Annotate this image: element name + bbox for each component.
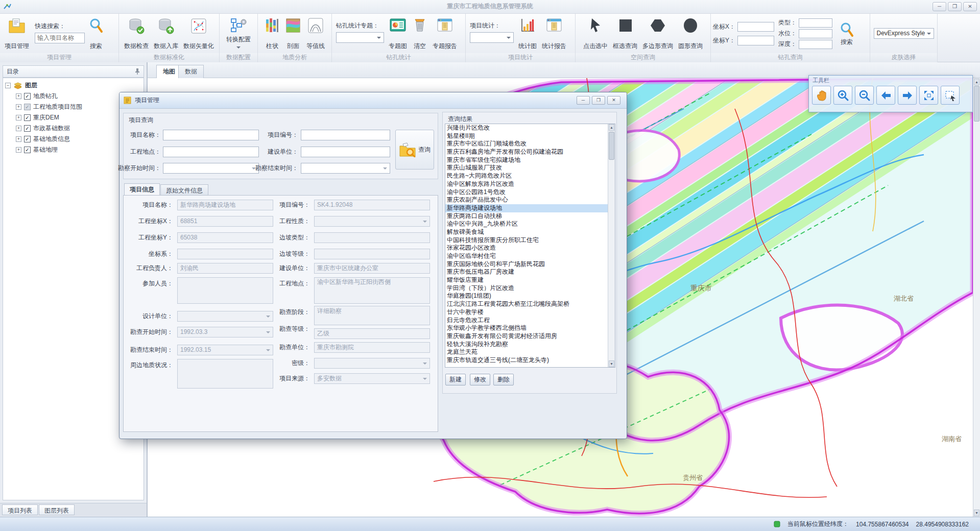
water-input[interactable] <box>799 29 832 38</box>
tab-original-files[interactable]: 原始文件信息 <box>160 184 208 196</box>
query-code-input[interactable] <box>301 130 390 140</box>
result-item[interactable]: 廿六中教学楼 <box>445 308 615 317</box>
circle-query-button[interactable]: 圆形查询 <box>676 15 705 52</box>
contour-button[interactable]: 等值线 <box>304 15 327 52</box>
borehole-search-button[interactable]: 搜索 <box>836 19 857 48</box>
result-item[interactable]: 龙庭兰天苑 <box>445 348 615 356</box>
expand-icon[interactable]: + <box>16 93 21 99</box>
stat-chart-button[interactable]: 统计图 <box>516 15 539 52</box>
project-stat-select[interactable] <box>470 32 514 43</box>
project-manage-button[interactable]: 项目管理 <box>2 15 32 52</box>
result-item[interactable]: 渝中区中兴路_九块桥片区 <box>445 220 615 228</box>
coord-y-input[interactable] <box>737 36 774 45</box>
topic-map-button[interactable]: 专题图 <box>386 15 410 52</box>
clear-button[interactable]: 清空 <box>410 15 430 52</box>
layer-checkbox[interactable]: ✓ <box>24 125 31 132</box>
data-check-button[interactable]: 数据检查 <box>122 15 151 52</box>
result-item[interactable]: 学田湾（下段）片区改造 <box>445 284 615 293</box>
dialog-close-button[interactable]: ✕ <box>607 96 620 105</box>
new-button[interactable]: 新建 <box>445 374 466 385</box>
zoom-out-button[interactable] <box>855 86 874 105</box>
dialog-restore-button[interactable]: ❐ <box>592 96 605 105</box>
scrollbar-thumb[interactable] <box>974 86 979 122</box>
result-item[interactable]: 渝中区公园路1号危改 <box>445 188 615 197</box>
result-item[interactable]: 兴隆街片区危改 <box>445 124 615 132</box>
result-item[interactable]: 中国科技情报所重庆分所职工住宅 <box>445 236 615 245</box>
depth-input[interactable] <box>799 40 832 49</box>
tree-root[interactable]: − 图层 <box>3 80 144 91</box>
borehole-topic-select[interactable] <box>336 32 384 43</box>
result-item[interactable]: 重庆农副产品批发中心 <box>445 196 615 204</box>
result-item[interactable]: 渝中区解放东路片区改造 <box>445 180 615 188</box>
result-item[interactable]: 归元寺危改工程 <box>445 317 615 325</box>
expand-icon[interactable]: + <box>16 136 21 142</box>
back-extent-button[interactable] <box>876 86 895 105</box>
data-import-button[interactable]: 数据入库 <box>151 15 181 52</box>
expand-icon[interactable]: + <box>16 115 21 120</box>
scroll-up-icon[interactable]: ▲ <box>609 124 614 131</box>
result-item[interactable]: 张家花园小区改造 <box>445 244 615 252</box>
click-select-button[interactable]: 点击选中 <box>581 15 610 52</box>
box-query-button[interactable]: 框选查询 <box>610 15 640 52</box>
scroll-down-icon[interactable]: ▼ <box>609 360 614 367</box>
skin-select[interactable]: DevExpress Style <box>874 28 934 39</box>
layer-checkbox[interactable]: ✓ <box>24 136 31 142</box>
query-button[interactable]: 查询 <box>395 130 434 170</box>
restore-button[interactable]: ❐ <box>948 2 962 11</box>
layer-checkbox[interactable]: ✓ <box>24 114 31 121</box>
map-scrollbar[interactable]: ▲ ▼ <box>973 78 980 517</box>
convert-config-button[interactable]: 转换配置 <box>224 15 253 52</box>
result-item[interactable]: 重庆市省军级住宅拟建场地 <box>445 156 615 164</box>
data-vectorize-button[interactable]: 数据矢量化 <box>181 15 217 52</box>
query-builder-input[interactable] <box>301 147 390 157</box>
query-location-input[interactable] <box>163 147 259 157</box>
layer-checkbox[interactable]: ✓ <box>24 93 31 100</box>
result-item[interactable]: 耀华饭店重建 <box>445 276 615 284</box>
full-extent-button[interactable] <box>919 86 938 105</box>
result-item[interactable]: 东华观小学教学楼西北侧挡墙 <box>445 324 615 332</box>
polygon-query-button[interactable]: 多边形查询 <box>640 15 676 52</box>
zoom-in-button[interactable] <box>833 86 852 105</box>
pin-icon[interactable] <box>134 68 140 75</box>
quick-search-input[interactable] <box>35 33 85 43</box>
result-item[interactable]: 新华路商场建设场地 <box>445 204 615 212</box>
result-item[interactable]: 魁星楼II期 <box>445 132 615 140</box>
layer-checkbox[interactable]: ✓ <box>24 147 31 153</box>
forward-extent-button[interactable] <box>898 86 917 105</box>
result-item[interactable]: 重庆国际地铁公司和平广场新民花园 <box>445 260 615 269</box>
results-scrollbar[interactable]: ▲ ▼ <box>608 124 615 367</box>
delete-button[interactable]: 删除 <box>493 374 514 385</box>
result-item[interactable]: 江北滨江路工程黄花园大桥至江北嘴段高架桥 <box>445 300 615 308</box>
result-item[interactable]: 民生路~大同路危改片区 <box>445 172 615 180</box>
pan-button[interactable] <box>812 86 831 105</box>
result-item[interactable]: 解放碑美食城 <box>445 228 615 236</box>
tab-data[interactable]: 数据 <box>178 65 204 78</box>
dialog-titlebar[interactable]: 项目管理 ─ ❐ ✕ <box>119 92 627 109</box>
stat-report-button[interactable]: 统计报告 <box>539 15 569 52</box>
query-start-select[interactable] <box>163 163 259 174</box>
tab-project-info[interactable]: 项目信息 <box>124 183 160 196</box>
result-item[interactable]: 重庆山城服装厂技改 <box>445 164 615 172</box>
tab-project-list[interactable]: 项目列表 <box>2 504 38 515</box>
tab-layer-list[interactable]: 图层列表 <box>39 504 75 515</box>
result-item[interactable]: 重庆百利鑫房地产开发有限公司拟建渝花园 <box>445 148 615 156</box>
column-chart-button[interactable]: 柱状 <box>262 15 282 52</box>
collapse-icon[interactable]: − <box>5 83 11 88</box>
close-button[interactable]: ✕ <box>963 2 977 11</box>
modify-button[interactable]: 修改 <box>470 374 490 385</box>
layer-checkbox[interactable]: ✓ <box>24 104 31 110</box>
expand-icon[interactable]: + <box>16 126 21 131</box>
scroll-down-icon[interactable]: ▼ <box>974 510 979 516</box>
profile-button[interactable]: 剖面 <box>282 15 304 52</box>
dialog-minimize-button[interactable]: ─ <box>577 96 590 105</box>
quick-search-button[interactable]: 搜索 <box>86 15 106 52</box>
minimize-button[interactable]: ─ <box>933 2 946 11</box>
scroll-up-icon[interactable]: ▲ <box>974 79 979 85</box>
result-item[interactable]: 重庆银鑫开发有限公司黄泥村经济适用房 <box>445 332 615 341</box>
result-item[interactable]: 重庆市轨道交通三号线(二塘至龙头寺) <box>445 356 615 365</box>
select-extent-button[interactable] <box>941 86 960 105</box>
result-item[interactable]: 重庆两路口自动扶梯 <box>445 212 615 221</box>
coord-x-input[interactable] <box>737 22 774 32</box>
result-item[interactable]: 华庭雅园(1组团) <box>445 292 615 300</box>
expand-icon[interactable]: + <box>16 147 21 153</box>
